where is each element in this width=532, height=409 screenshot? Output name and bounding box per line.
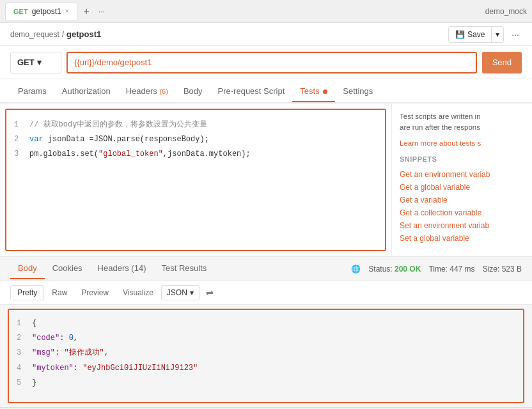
size-value: 523 B bbox=[502, 265, 522, 274]
resp-tab-cookies[interactable]: Cookies bbox=[45, 258, 90, 279]
resp-content-5: } bbox=[32, 377, 36, 389]
line-number-1: 1 bbox=[14, 119, 29, 131]
resp-line-3: 3 "msg": "操作成功", bbox=[9, 346, 523, 360]
size-label: Size: 523 B bbox=[483, 265, 522, 274]
snippet-get-variable[interactable]: Get a variable bbox=[400, 194, 524, 206]
resp-content-2: "code": 0, bbox=[32, 332, 78, 344]
code-comment-1: // 获取body中返回的参数，将参数设置为公共变量 bbox=[29, 119, 207, 131]
save-button-main[interactable]: 💾 Save bbox=[449, 27, 492, 42]
tab-pre-request[interactable]: Pre-request Script bbox=[210, 81, 293, 102]
environment-label: demo_mock bbox=[485, 7, 527, 16]
format-label: JSON bbox=[167, 288, 187, 297]
snippets-title: SNIPPETS bbox=[400, 155, 524, 163]
method-label: GET bbox=[17, 58, 35, 67]
request-nav-tabs: Params Authorization Headers (6) Body Pr… bbox=[0, 79, 532, 104]
breadcrumb-current: getpost1 bbox=[66, 29, 101, 39]
main-content: 1 // 获取body中返回的参数，将参数设置为公共变量 2 var jsonD… bbox=[0, 104, 532, 257]
code-content-2: var jsonData =JSON.parse(responseBody); bbox=[29, 134, 209, 146]
tab-getpost1[interactable]: GET getpost1 × bbox=[5, 3, 77, 20]
tests-dot-icon bbox=[323, 89, 327, 94]
url-bar: GET ▾ Send bbox=[0, 46, 532, 79]
learn-more-link[interactable]: Learn more about tests s bbox=[400, 139, 481, 147]
tab-headers[interactable]: Headers (6) bbox=[118, 81, 176, 102]
save-button[interactable]: 💾 Save ▾ bbox=[448, 26, 504, 43]
resp-tab-headers[interactable]: Headers (14) bbox=[90, 258, 154, 279]
tab-method-badge: GET bbox=[13, 8, 28, 15]
code-line-1: 1 // 获取body中返回的参数，将参数设置为公共变量 bbox=[6, 118, 385, 132]
resp-body-tab-preview[interactable]: Preview bbox=[75, 286, 115, 300]
resp-line-num-4: 4 bbox=[17, 362, 32, 374]
response-code[interactable]: 1 { 2 "code": 0, 3 "msg": "操作成功", 4 "myt… bbox=[8, 309, 524, 403]
code-content-3: pm.globals.set("global_token",jsonData.m… bbox=[29, 148, 251, 160]
resp-line-1: 1 { bbox=[9, 316, 523, 331]
line-number-2: 2 bbox=[14, 134, 29, 146]
resp-content-3: "msg": "操作成功", bbox=[32, 347, 109, 359]
save-icon: 💾 bbox=[455, 30, 465, 39]
send-button[interactable]: Send bbox=[482, 52, 522, 73]
code-line-3: 3 pm.globals.set("global_token",jsonData… bbox=[6, 147, 385, 162]
tab-authorization[interactable]: Authorization bbox=[54, 81, 118, 102]
method-select[interactable]: GET ▾ bbox=[10, 52, 61, 73]
url-input[interactable] bbox=[66, 52, 477, 73]
breadcrumb: demo_request / getpost1 bbox=[10, 29, 101, 39]
right-panel-description: Test scripts are written inare run after… bbox=[400, 111, 524, 134]
resp-tab-test-results[interactable]: Test Results bbox=[153, 258, 214, 279]
time-label: Time: 447 ms bbox=[428, 265, 474, 274]
snippet-get-global[interactable]: Get a global variable bbox=[400, 181, 524, 194]
resp-body-tab-raw[interactable]: Raw bbox=[45, 286, 74, 300]
resp-line-num-2: 2 bbox=[17, 332, 32, 344]
tab-title: getpost1 bbox=[32, 7, 61, 16]
resp-line-2: 2 "code": 0, bbox=[9, 331, 523, 346]
resp-tab-body[interactable]: Body bbox=[10, 258, 45, 279]
resp-body-tab-pretty[interactable]: Pretty bbox=[10, 285, 44, 300]
tab-more-icon[interactable]: ··· bbox=[96, 7, 107, 16]
resp-content-1: { bbox=[32, 318, 36, 330]
line-number-3: 3 bbox=[14, 148, 29, 160]
headers-badge: (6) bbox=[159, 88, 168, 95]
status-value: 200 OK bbox=[395, 265, 421, 274]
resp-body-tab-visualize[interactable]: Visualize bbox=[116, 286, 160, 300]
wrap-icon[interactable]: ⇌ bbox=[203, 286, 216, 299]
breadcrumb-separator: / bbox=[62, 30, 64, 39]
resp-line-4: 4 "mytoken": "eyJhbGci0iJIUzI1NiJ9123" bbox=[9, 361, 523, 376]
status-label: Status: 200 OK bbox=[368, 265, 421, 274]
snippet-set-env[interactable]: Set an environment variab bbox=[400, 219, 524, 232]
snippet-get-env[interactable]: Get an environment variab bbox=[400, 168, 524, 181]
breadcrumb-actions: 💾 Save ▾ ··· bbox=[448, 26, 522, 43]
method-chevron-icon: ▾ bbox=[37, 58, 42, 67]
right-panel: Test scripts are written inare run after… bbox=[391, 104, 532, 256]
code-editor[interactable]: 1 // 获取body中返回的参数，将参数设置为公共变量 2 var jsonD… bbox=[5, 109, 386, 251]
resp-line-num-3: 3 bbox=[17, 347, 32, 359]
code-line-2: 2 var jsonData =JSON.parse(responseBody)… bbox=[6, 132, 385, 147]
breadcrumb-parent[interactable]: demo_request bbox=[10, 30, 59, 39]
tab-body[interactable]: Body bbox=[176, 81, 210, 102]
new-tab-button[interactable]: + bbox=[79, 6, 95, 17]
status-info: 🌐 Status: 200 OK Time: 447 ms Size: 523 … bbox=[351, 265, 522, 274]
snippet-set-global[interactable]: Set a global variable bbox=[400, 232, 524, 245]
resp-line-num-5: 5 bbox=[17, 377, 32, 389]
more-actions-button[interactable]: ··· bbox=[509, 28, 522, 41]
tab-settings[interactable]: Settings bbox=[335, 81, 380, 102]
save-label: Save bbox=[467, 30, 485, 39]
response-body-tabs: Pretty Raw Preview Visualize JSON ▾ ⇌ bbox=[0, 281, 532, 305]
tab-bar: GET getpost1 × + ··· demo_mock bbox=[0, 0, 532, 23]
save-dropdown-arrow[interactable]: ▾ bbox=[492, 27, 503, 42]
snippet-get-collection[interactable]: Get a collection variable bbox=[400, 206, 524, 219]
tab-close-icon[interactable]: × bbox=[65, 8, 69, 15]
globe-icon: 🌐 bbox=[351, 265, 361, 274]
resp-line-num-1: 1 bbox=[17, 318, 32, 330]
tab-tests[interactable]: Tests bbox=[292, 81, 335, 102]
format-arrow-icon: ▾ bbox=[190, 288, 194, 297]
response-header: Body Cookies Headers (14) Test Results 🌐… bbox=[0, 257, 532, 281]
breadcrumb-bar: demo_request / getpost1 💾 Save ▾ ··· bbox=[0, 23, 532, 46]
tab-params[interactable]: Params bbox=[10, 81, 54, 102]
resp-line-5: 5 } bbox=[9, 376, 523, 390]
format-select[interactable]: JSON ▾ bbox=[161, 285, 199, 300]
time-value: 447 ms bbox=[450, 265, 474, 274]
resp-content-4: "mytoken": "eyJhbGci0iJIUzI1NiJ9123" bbox=[32, 362, 198, 374]
